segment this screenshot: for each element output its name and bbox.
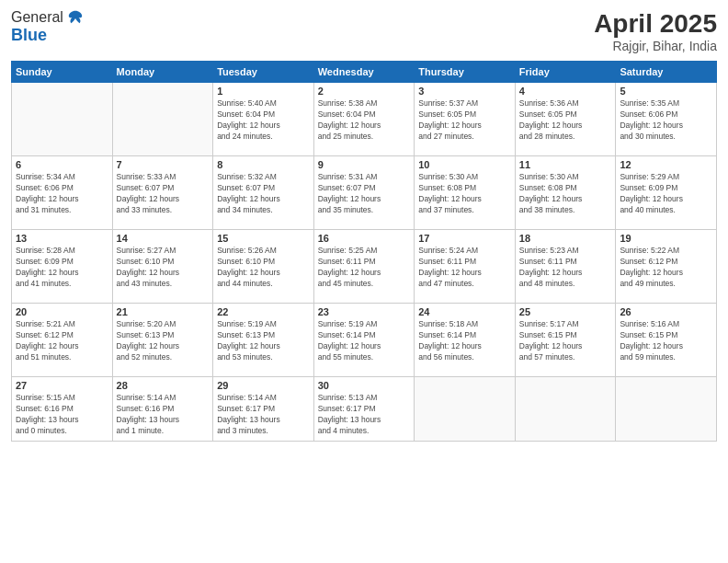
day-number: 19	[620, 233, 712, 244]
day-info: Sunrise: 5:36 AM Sunset: 6:05 PM Dayligh…	[519, 98, 612, 143]
table-row: 24Sunrise: 5:18 AM Sunset: 6:14 PM Dayli…	[415, 304, 516, 377]
day-number: 14	[117, 233, 210, 244]
day-info: Sunrise: 5:15 AM Sunset: 6:16 PM Dayligh…	[16, 393, 108, 437]
day-number: 15	[217, 233, 310, 244]
table-row: 6Sunrise: 5:34 AM Sunset: 6:06 PM Daylig…	[12, 156, 113, 230]
logo-blue: Blue	[11, 26, 84, 45]
table-row	[515, 377, 616, 442]
day-number: 12	[620, 159, 712, 170]
logo: General Blue	[11, 9, 84, 45]
table-row: 2Sunrise: 5:38 AM Sunset: 6:04 PM Daylig…	[313, 83, 415, 156]
day-info: Sunrise: 5:22 AM Sunset: 6:12 PM Dayligh…	[620, 246, 712, 290]
location: Rajgir, Bihar, India	[594, 39, 717, 53]
table-row: 13Sunrise: 5:28 AM Sunset: 6:09 PM Dayli…	[12, 230, 113, 304]
day-info: Sunrise: 5:26 AM Sunset: 6:10 PM Dayligh…	[217, 246, 310, 290]
header-friday: Friday	[515, 62, 616, 83]
day-number: 29	[217, 380, 310, 391]
day-info: Sunrise: 5:40 AM Sunset: 6:04 PM Dayligh…	[217, 98, 310, 143]
table-row: 29Sunrise: 5:14 AM Sunset: 6:17 PM Dayli…	[213, 377, 314, 442]
day-info: Sunrise: 5:21 AM Sunset: 6:12 PM Dayligh…	[16, 319, 108, 363]
day-info: Sunrise: 5:34 AM Sunset: 6:06 PM Dayligh…	[16, 172, 108, 216]
table-row: 9Sunrise: 5:31 AM Sunset: 6:07 PM Daylig…	[313, 156, 415, 230]
day-info: Sunrise: 5:28 AM Sunset: 6:09 PM Dayligh…	[16, 246, 108, 290]
table-row: 27Sunrise: 5:15 AM Sunset: 6:16 PM Dayli…	[12, 377, 113, 442]
day-info: Sunrise: 5:19 AM Sunset: 6:13 PM Dayligh…	[217, 319, 310, 363]
day-info: Sunrise: 5:27 AM Sunset: 6:10 PM Dayligh…	[117, 246, 210, 290]
day-number: 18	[519, 233, 612, 244]
day-number: 3	[418, 86, 511, 97]
day-info: Sunrise: 5:24 AM Sunset: 6:11 PM Dayligh…	[418, 246, 511, 290]
day-number: 30	[318, 380, 411, 391]
table-row: 15Sunrise: 5:26 AM Sunset: 6:10 PM Dayli…	[213, 230, 314, 304]
day-number: 11	[519, 159, 612, 170]
day-number: 10	[418, 159, 511, 170]
day-number: 17	[418, 233, 511, 244]
day-info: Sunrise: 5:37 AM Sunset: 6:05 PM Dayligh…	[418, 98, 511, 143]
day-info: Sunrise: 5:23 AM Sunset: 6:11 PM Dayligh…	[519, 246, 612, 290]
header-wednesday: Wednesday	[313, 62, 415, 83]
day-info: Sunrise: 5:17 AM Sunset: 6:15 PM Dayligh…	[519, 319, 612, 363]
day-number: 24	[418, 306, 511, 317]
table-row: 1Sunrise: 5:40 AM Sunset: 6:04 PM Daylig…	[213, 83, 314, 156]
day-info: Sunrise: 5:25 AM Sunset: 6:11 PM Dayligh…	[318, 246, 411, 290]
day-number: 6	[16, 159, 108, 170]
table-row: 16Sunrise: 5:25 AM Sunset: 6:11 PM Dayli…	[313, 230, 415, 304]
table-row: 5Sunrise: 5:35 AM Sunset: 6:06 PM Daylig…	[616, 83, 717, 156]
title-block: April 2025 Rajgir, Bihar, India	[594, 9, 717, 53]
table-row	[112, 83, 213, 156]
table-row: 23Sunrise: 5:19 AM Sunset: 6:14 PM Dayli…	[313, 304, 415, 377]
table-row: 18Sunrise: 5:23 AM Sunset: 6:11 PM Dayli…	[515, 230, 616, 304]
calendar-table: Sunday Monday Tuesday Wednesday Thursday…	[11, 61, 717, 442]
day-number: 28	[117, 380, 210, 391]
day-info: Sunrise: 5:30 AM Sunset: 6:08 PM Dayligh…	[519, 172, 612, 216]
table-row: 12Sunrise: 5:29 AM Sunset: 6:09 PM Dayli…	[616, 156, 717, 230]
day-number: 5	[620, 86, 712, 97]
day-info: Sunrise: 5:14 AM Sunset: 6:17 PM Dayligh…	[217, 393, 310, 437]
table-row: 7Sunrise: 5:33 AM Sunset: 6:07 PM Daylig…	[112, 156, 213, 230]
day-number: 22	[217, 306, 310, 317]
table-row: 4Sunrise: 5:36 AM Sunset: 6:05 PM Daylig…	[515, 83, 616, 156]
table-row: 19Sunrise: 5:22 AM Sunset: 6:12 PM Dayli…	[616, 230, 717, 304]
table-row: 22Sunrise: 5:19 AM Sunset: 6:13 PM Dayli…	[213, 304, 314, 377]
header-thursday: Thursday	[415, 62, 516, 83]
logo-bird-icon	[67, 9, 84, 26]
day-info: Sunrise: 5:32 AM Sunset: 6:07 PM Dayligh…	[217, 172, 310, 216]
table-row: 8Sunrise: 5:32 AM Sunset: 6:07 PM Daylig…	[213, 156, 314, 230]
day-number: 7	[117, 159, 210, 170]
day-info: Sunrise: 5:20 AM Sunset: 6:13 PM Dayligh…	[117, 319, 210, 363]
day-number: 26	[620, 306, 712, 317]
day-number: 4	[519, 86, 612, 97]
day-number: 2	[318, 86, 411, 97]
table-row	[415, 377, 516, 442]
day-info: Sunrise: 5:14 AM Sunset: 6:16 PM Dayligh…	[117, 393, 210, 437]
header-tuesday: Tuesday	[213, 62, 314, 83]
table-row: 11Sunrise: 5:30 AM Sunset: 6:08 PM Dayli…	[515, 156, 616, 230]
table-row: 28Sunrise: 5:14 AM Sunset: 6:16 PM Dayli…	[112, 377, 213, 442]
header-monday: Monday	[112, 62, 213, 83]
day-number: 13	[16, 233, 108, 244]
header-saturday: Saturday	[616, 62, 717, 83]
table-row	[616, 377, 717, 442]
table-row: 30Sunrise: 5:13 AM Sunset: 6:17 PM Dayli…	[313, 377, 415, 442]
day-info: Sunrise: 5:31 AM Sunset: 6:07 PM Dayligh…	[318, 172, 411, 216]
day-info: Sunrise: 5:30 AM Sunset: 6:08 PM Dayligh…	[418, 172, 511, 216]
day-info: Sunrise: 5:38 AM Sunset: 6:04 PM Dayligh…	[318, 98, 411, 143]
day-number: 9	[318, 159, 411, 170]
day-number: 23	[318, 306, 411, 317]
table-row: 10Sunrise: 5:30 AM Sunset: 6:08 PM Dayli…	[415, 156, 516, 230]
table-row: 25Sunrise: 5:17 AM Sunset: 6:15 PM Dayli…	[515, 304, 616, 377]
month-title: April 2025	[594, 9, 717, 39]
calendar-header-row: Sunday Monday Tuesday Wednesday Thursday…	[12, 62, 717, 83]
day-info: Sunrise: 5:35 AM Sunset: 6:06 PM Dayligh…	[620, 98, 712, 143]
table-row: 26Sunrise: 5:16 AM Sunset: 6:15 PM Dayli…	[616, 304, 717, 377]
logo-general: General	[11, 9, 63, 26]
day-number: 20	[16, 306, 108, 317]
page-header: General Blue April 2025 Rajgir, Bihar, I…	[11, 9, 717, 53]
table-row: 20Sunrise: 5:21 AM Sunset: 6:12 PM Dayli…	[12, 304, 113, 377]
day-info: Sunrise: 5:33 AM Sunset: 6:07 PM Dayligh…	[117, 172, 210, 216]
day-info: Sunrise: 5:18 AM Sunset: 6:14 PM Dayligh…	[418, 319, 511, 363]
day-number: 27	[16, 380, 108, 391]
table-row: 3Sunrise: 5:37 AM Sunset: 6:05 PM Daylig…	[415, 83, 516, 156]
day-info: Sunrise: 5:13 AM Sunset: 6:17 PM Dayligh…	[318, 393, 411, 437]
table-row: 14Sunrise: 5:27 AM Sunset: 6:10 PM Dayli…	[112, 230, 213, 304]
